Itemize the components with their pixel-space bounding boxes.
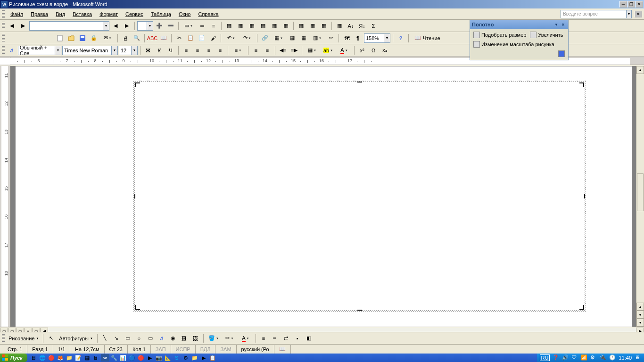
subscript-icon[interactable]: x₂ [380, 45, 390, 56]
minimize-button[interactable]: ─ [619, 1, 627, 8]
menu-insert[interactable]: Вставка [69, 10, 96, 18]
canvas-handle-tr[interactable] [579, 82, 584, 87]
status-ovr[interactable]: ЗАМ [215, 345, 236, 354]
next-page-icon[interactable]: ▾ [636, 319, 644, 327]
menu-tools[interactable]: Сервис [122, 10, 147, 18]
merge-cells-icon[interactable]: ▦ [269, 21, 280, 31]
status-column[interactable]: Кол 1 [128, 345, 151, 354]
dash-style-icon[interactable]: ┅ [270, 333, 280, 344]
tables-borders-icon[interactable]: ▦▼ [271, 33, 286, 43]
status-section[interactable]: Разд 1 [27, 345, 53, 354]
shadow-style-icon[interactable]: ▪ [292, 333, 303, 344]
text-wrap-icon[interactable] [558, 50, 565, 57]
explorer-icon[interactable]: 📁 [65, 354, 74, 362]
fill-color-icon[interactable]: 🪣▼ [206, 333, 221, 344]
underline-icon[interactable]: Ч [165, 45, 176, 56]
panel-options-icon[interactable]: ▼ [553, 21, 560, 28]
split-cells-icon[interactable]: ▦ [281, 21, 291, 31]
canvas-handle-b[interactable] [357, 310, 362, 311]
ie-icon[interactable]: 🌐 [38, 354, 47, 362]
sort-desc-icon[interactable]: Я↓ [357, 21, 367, 31]
drawing-canvas[interactable] [133, 81, 586, 312]
new-document-icon[interactable] [55, 33, 65, 43]
diagram-icon[interactable]: ◉ [168, 333, 178, 344]
justify-icon[interactable]: ≡ [215, 45, 225, 56]
cut-icon[interactable]: ✂ [174, 33, 184, 43]
show-formatting-icon[interactable]: ≡ [208, 21, 219, 31]
app-icon[interactable]: ⚙ [182, 354, 190, 362]
toolbar-grip[interactable] [2, 10, 5, 18]
outline-level-dropdown[interactable]: ▼ [29, 21, 109, 31]
vertical-scrollbar[interactable]: ▲ ▴ ● ▾ ▼ [636, 66, 644, 335]
tray-icon[interactable]: 🖥 [635, 354, 641, 361]
app-icon[interactable]: 📷 [155, 354, 163, 362]
redo-icon[interactable]: ↷▼ [239, 33, 255, 43]
close-document-button[interactable]: ✕ [635, 11, 642, 17]
distribute-rows-icon[interactable]: ▦ [307, 21, 318, 31]
help-icon[interactable]: ? [396, 33, 406, 43]
menu-edit[interactable]: Правка [27, 10, 52, 18]
line-spacing-icon[interactable]: ≡▼ [231, 45, 246, 56]
scroll-up-icon[interactable]: ▲ [636, 66, 644, 74]
panel-close-icon[interactable]: ✕ [560, 21, 566, 28]
menu-format[interactable]: Формат [96, 10, 122, 18]
first-line-only-icon[interactable]: ═ [197, 21, 207, 31]
permission-icon[interactable]: 🔒 [89, 33, 99, 43]
menu-window[interactable]: Окно [175, 10, 195, 18]
calculator-icon[interactable]: 🖩 [92, 354, 100, 362]
status-rec[interactable]: ЗАП [151, 345, 171, 354]
autoshapes-menu[interactable]: Автофигуры▼ [57, 336, 95, 341]
toolbar-grip[interactable] [2, 22, 5, 30]
select-objects-icon[interactable]: ↖ [46, 333, 56, 344]
bulleted-list-icon[interactable]: ≡ [262, 45, 272, 56]
browse-object-icon[interactable]: ● [636, 311, 644, 319]
email-icon[interactable]: ✉▼ [100, 33, 115, 43]
show-hide-icon[interactable]: ¶ [353, 33, 363, 43]
app-icon[interactable]: 📐 [164, 354, 172, 362]
sort-asc-icon[interactable]: A↓ [346, 21, 356, 31]
italic-icon[interactable]: К [154, 45, 165, 56]
insert-table-icon[interactable]: ▦ [247, 21, 257, 31]
spelling-icon[interactable]: ABC [147, 33, 157, 43]
insert-excel-icon[interactable]: ▦ [298, 33, 309, 43]
columns-icon[interactable]: ▥▼ [310, 33, 325, 43]
expand-icon[interactable]: ➕ [154, 21, 165, 31]
word-task-icon[interactable]: W [101, 354, 109, 362]
status-trk[interactable]: ИСПР [171, 345, 196, 354]
align-left-icon[interactable]: ≡ [181, 45, 191, 56]
tray-icon[interactable]: ❓ [553, 354, 559, 361]
hyperlink-icon[interactable]: 🔗 [260, 33, 270, 43]
bold-icon[interactable]: Ж [143, 45, 153, 56]
app-icon[interactable]: ▶ [199, 354, 208, 362]
styles-task-pane-icon[interactable]: A [7, 45, 17, 56]
move-up-icon[interactable]: ◀ [110, 21, 121, 31]
save-icon[interactable] [77, 33, 88, 43]
toolbar-grip[interactable] [2, 334, 5, 343]
print-icon[interactable]: 🖨 [120, 33, 131, 43]
insert-symbol-icon[interactable]: Ω [368, 45, 379, 56]
close-button[interactable]: ✕ [636, 1, 643, 8]
canvas-handle-br[interactable] [579, 305, 584, 310]
toolbar-grip[interactable] [2, 46, 5, 55]
show-heading-icon[interactable]: ▭▼ [181, 21, 196, 31]
autosum-icon[interactable]: Σ [368, 21, 379, 31]
insert-picture-icon[interactable]: 🖼 [190, 333, 201, 344]
status-pages[interactable]: 1/1 [53, 345, 70, 354]
insert-row-icon[interactable]: ▦ [258, 21, 268, 31]
status-position[interactable]: На 12,7см [70, 345, 105, 354]
promote-icon[interactable]: ◀ [7, 21, 17, 31]
status-line[interactable]: Ст 23 [105, 345, 128, 354]
language-indicator[interactable]: RU [540, 354, 550, 361]
font-size-dropdown[interactable]: 12▼ [119, 46, 138, 55]
document-map-icon[interactable]: 🗺 [341, 33, 352, 43]
status-page[interactable]: Стр. 1 [3, 345, 27, 354]
tray-icon[interactable]: ⚙ [590, 354, 597, 361]
tray-icon[interactable]: 🛡 [571, 354, 578, 361]
paste-icon[interactable]: 📄 [197, 33, 207, 43]
line-icon[interactable]: ╲ [100, 333, 110, 344]
align-right-icon[interactable]: ≡ [204, 45, 214, 56]
show-level-dropdown[interactable]: ▼ [137, 21, 153, 31]
font-color-icon[interactable]: A▼ [238, 333, 253, 344]
draw-menu[interactable]: Рисование▼ [7, 336, 41, 341]
3d-style-icon[interactable]: ◧ [304, 333, 314, 344]
